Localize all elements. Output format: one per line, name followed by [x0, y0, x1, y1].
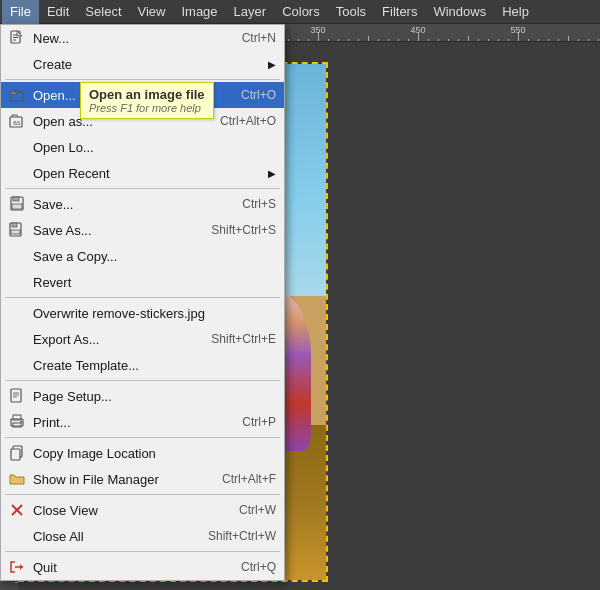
svg-rect-9 [13, 197, 19, 201]
menu-separator [5, 79, 280, 80]
menu-item-create-template[interactable]: Create Template... [1, 352, 284, 378]
menu-item-save-as[interactable]: Save As...Shift+Ctrl+S [1, 217, 284, 243]
folder-icon [5, 471, 29, 487]
menu-label-copy-location: Copy Image Location [33, 446, 156, 461]
svg-rect-14 [11, 389, 21, 402]
shortcut-print: Ctrl+P [242, 415, 276, 429]
shortcut-save: Ctrl+S [242, 197, 276, 211]
menu-item-page-setup[interactable]: Page Setup... [1, 383, 284, 409]
menu-label-save: Save... [33, 197, 73, 212]
menu-label-save-copy: Save a Copy... [33, 249, 117, 264]
menu-colors[interactable]: Colors [274, 0, 328, 24]
menu-label-quit: Quit [33, 560, 57, 575]
menu-item-save-copy[interactable]: Save a Copy... [1, 243, 284, 269]
copy-icon [5, 445, 29, 461]
menu-label-print: Print... [33, 415, 71, 430]
menu-label-create-template: Create Template... [33, 358, 139, 373]
menu-separator [5, 494, 280, 495]
menu-item-print[interactable]: Print...Ctrl+P [1, 409, 284, 435]
shortcut-open-as: Ctrl+Alt+O [220, 114, 276, 128]
menu-label-new: New... [33, 31, 69, 46]
page-setup-icon [5, 388, 29, 404]
menu-view[interactable]: View [130, 0, 174, 24]
menu-label-open-as: Open as... [33, 114, 93, 129]
svg-marker-27 [20, 564, 23, 570]
shortcut-close-view: Ctrl+W [239, 503, 276, 517]
menu-label-create: Create [33, 57, 72, 72]
menu-item-quit[interactable]: QuitCtrl+Q [1, 554, 284, 580]
menu-tools[interactable]: Tools [328, 0, 374, 24]
menu-label-page-setup: Page Setup... [33, 389, 112, 404]
menu-item-open-location[interactable]: Open Lo... [1, 134, 284, 160]
svg-text:as: as [13, 119, 21, 126]
menu-separator [5, 437, 280, 438]
menu-item-open-recent[interactable]: Open Recent▶ [1, 160, 284, 186]
menu-windows[interactable]: Windows [425, 0, 494, 24]
menu-separator [5, 551, 280, 552]
shortcut-new: Ctrl+N [242, 31, 276, 45]
menu-label-close-view: Close View [33, 503, 98, 518]
menu-label-close-all: Close All [33, 529, 84, 544]
menu-item-close-all[interactable]: Close AllShift+Ctrl+W [1, 523, 284, 549]
menu-label-open: Open... [33, 88, 76, 103]
menu-separator [5, 297, 280, 298]
file-dropdown-menu: New...Ctrl+NCreate▶Open...Ctrl+OasOpen a… [0, 24, 285, 581]
menu-item-close-view[interactable]: Close ViewCtrl+W [1, 497, 284, 523]
menu-item-show-file-manager[interactable]: Show in File ManagerCtrl+Alt+F [1, 466, 284, 492]
menu-item-copy-location[interactable]: Copy Image Location [1, 440, 284, 466]
menu-item-export-as[interactable]: Export As...Shift+Ctrl+E [1, 326, 284, 352]
menu-item-open[interactable]: Open...Ctrl+O [1, 82, 284, 108]
menu-image[interactable]: Image [173, 0, 225, 24]
menubar: File Edit Select View Image Layer Colors… [0, 0, 600, 24]
menu-item-revert[interactable]: Revert [1, 269, 284, 295]
open-as-icon: as [5, 113, 29, 129]
close-icon [5, 503, 29, 517]
menu-label-export-as: Export As... [33, 332, 99, 347]
shortcut-export-as: Shift+Ctrl+E [211, 332, 276, 346]
menu-select[interactable]: Select [77, 0, 129, 24]
menu-edit[interactable]: Edit [39, 0, 77, 24]
svg-point-21 [20, 421, 22, 423]
svg-rect-13 [11, 230, 20, 234]
save-as-icon [5, 222, 29, 238]
shortcut-show-file-manager: Ctrl+Alt+F [222, 472, 276, 486]
quit-icon [5, 559, 29, 575]
save-icon [5, 196, 29, 212]
menu-separator [5, 380, 280, 381]
shortcut-close-all: Shift+Ctrl+W [208, 529, 276, 543]
shortcut-save-as: Shift+Ctrl+S [211, 223, 276, 237]
menu-label-show-file-manager: Show in File Manager [33, 472, 159, 487]
menu-file[interactable]: File [2, 0, 39, 24]
menu-separator [5, 188, 280, 189]
menu-label-overwrite: Overwrite remove-stickers.jpg [33, 306, 205, 321]
menu-label-save-as: Save As... [33, 223, 92, 238]
menu-item-save[interactable]: Save...Ctrl+S [1, 191, 284, 217]
menu-item-new[interactable]: New...Ctrl+N [1, 25, 284, 51]
menu-item-open-as[interactable]: asOpen as...Ctrl+Alt+O [1, 108, 284, 134]
open-icon [5, 87, 29, 103]
doc-icon [5, 30, 29, 46]
menu-item-create[interactable]: Create▶ [1, 51, 284, 77]
menu-layer[interactable]: Layer [226, 0, 275, 24]
svg-rect-12 [12, 223, 17, 227]
shortcut-quit: Ctrl+Q [241, 560, 276, 574]
menu-filters[interactable]: Filters [374, 0, 425, 24]
menu-label-open-recent: Open Recent [33, 166, 110, 181]
svg-rect-10 [12, 204, 22, 209]
menu-label-revert: Revert [33, 275, 71, 290]
shortcut-open: Ctrl+O [241, 88, 276, 102]
print-icon [5, 414, 29, 430]
menu-help[interactable]: Help [494, 0, 537, 24]
svg-rect-23 [11, 449, 20, 460]
submenu-arrow-open-recent: ▶ [268, 168, 276, 179]
submenu-arrow-create: ▶ [268, 59, 276, 70]
menu-item-overwrite[interactable]: Overwrite remove-stickers.jpg [1, 300, 284, 326]
menu-label-open-location: Open Lo... [33, 140, 94, 155]
